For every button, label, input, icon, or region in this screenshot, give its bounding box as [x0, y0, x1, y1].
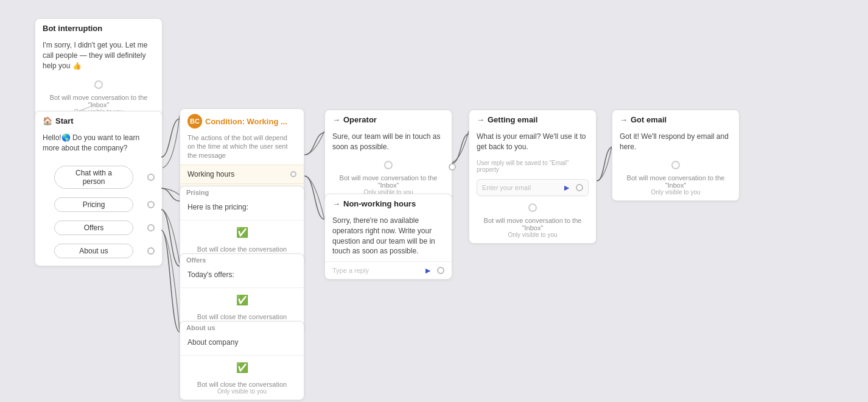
- non-working-arrow: →: [332, 199, 340, 208]
- reply-connector: [437, 267, 444, 274]
- got-email-node: → Got email Got it! We'll respond by ema…: [612, 110, 740, 201]
- user-reply-label: User reply will be saved to "Email" prop…: [469, 157, 596, 175]
- operator-arrow: →: [332, 115, 340, 124]
- got-email-title: Got email: [631, 115, 667, 124]
- bot-interrupt-title: Bot interruption: [43, 24, 102, 33]
- offers-button[interactable]: Offers: [54, 220, 133, 235]
- bot-interrupt-header: Bot interruption: [35, 19, 162, 35]
- non-working-node: → Non-working hours Sorry, there're no a…: [324, 194, 452, 280]
- offers-message: Today's offers:: [180, 265, 304, 285]
- working-hours-row[interactable]: Working hours: [180, 164, 304, 183]
- got-email-arrow: →: [620, 115, 628, 124]
- offers-section-label: Offers: [180, 254, 304, 265]
- about-section-label: About us: [180, 322, 304, 333]
- operator-node: → Operator Sure, our team will be in tou…: [324, 110, 452, 201]
- getting-email-header: → Getting email: [469, 110, 596, 127]
- start-greeting: Hello!🌎 Do you want to learn more about …: [35, 128, 162, 158]
- condition-icon: BC: [187, 114, 202, 129]
- operator-title: Operator: [343, 115, 377, 124]
- getting-email-connector: [528, 203, 537, 212]
- email-send-icon[interactable]: ►: [562, 183, 571, 192]
- offers-check-icon: ✅: [180, 291, 304, 309]
- got-email-connector: [671, 161, 680, 169]
- getting-email-question: What is your email? We'll use it to get …: [469, 127, 596, 157]
- chat-connector: [147, 174, 155, 181]
- home-icon: 🏠: [43, 116, 52, 125]
- about-us-button[interactable]: About us: [54, 244, 133, 258]
- got-email-message: Got it! We'll respond by email and here.: [612, 127, 739, 157]
- getting-email-footer: Bot will move conversation to the "Inbox…: [469, 213, 596, 243]
- operator-right-connector: [449, 163, 456, 171]
- send-icon[interactable]: ►: [424, 266, 432, 275]
- prising-message: Here is the pricing:: [180, 197, 304, 217]
- bot-interrupt-connector: [94, 80, 103, 89]
- condition-title: Condition: Working ...: [205, 117, 287, 126]
- start-title: Start: [55, 116, 74, 125]
- prising-section-label: Prising: [180, 186, 304, 197]
- condition-header: BC Condition: Working ...: [180, 109, 304, 131]
- condition-description: The actions of the bot will depend on th…: [180, 131, 304, 164]
- bot-interrupt-node: Bot interruption I'm sorry, I didn't get…: [35, 18, 163, 121]
- start-header: 🏠 Start: [35, 111, 162, 128]
- non-working-header: → Non-working hours: [325, 194, 452, 211]
- chat-with-person-button[interactable]: Chat with a person: [54, 166, 133, 189]
- working-hours-connector: [290, 171, 296, 177]
- got-email-footer: Bot will move conversation to the "Inbox…: [612, 171, 739, 200]
- about-us-node: About us About company ✅ Bot will close …: [180, 321, 304, 400]
- pricing-button[interactable]: Pricing: [54, 197, 133, 212]
- start-node: 🏠 Start Hello!🌎 Do you want to learn mor…: [35, 111, 163, 266]
- non-working-title: Non-working hours: [343, 199, 416, 208]
- bot-interrupt-message: I'm sorry, I didn't get you. Let me call…: [35, 35, 162, 76]
- about-us-connector: [147, 247, 155, 255]
- reply-placeholder: Type a reply: [332, 267, 369, 274]
- pricing-connector: [147, 201, 155, 208]
- operator-message: Sure, our team will be in touch as soon …: [325, 127, 452, 157]
- about-footer: Bot will close the conversation Only vis…: [180, 377, 304, 400]
- getting-email-node: → Getting email What is your email? We'l…: [469, 110, 597, 244]
- offers-connector: [147, 224, 155, 231]
- prising-check-icon: ✅: [180, 223, 304, 242]
- non-working-message: Sorry, there're no available operators r…: [325, 211, 452, 261]
- email-input-row[interactable]: Enter your email ►: [477, 179, 589, 196]
- start-buttons: Chat with a person Pricing Offers About …: [35, 158, 162, 266]
- about-message: About company: [180, 333, 304, 353]
- about-check-icon: ✅: [180, 358, 304, 377]
- operator-connector: [384, 161, 393, 169]
- getting-email-title: Getting email: [488, 115, 537, 124]
- email-placeholder: Enter your email: [482, 184, 562, 191]
- non-working-reply-row: Type a reply ►: [325, 261, 452, 279]
- got-email-header: → Got email: [612, 110, 739, 127]
- getting-email-arrow: →: [477, 115, 485, 124]
- operator-header: → Operator: [325, 110, 452, 127]
- email-right-connector: [576, 184, 583, 191]
